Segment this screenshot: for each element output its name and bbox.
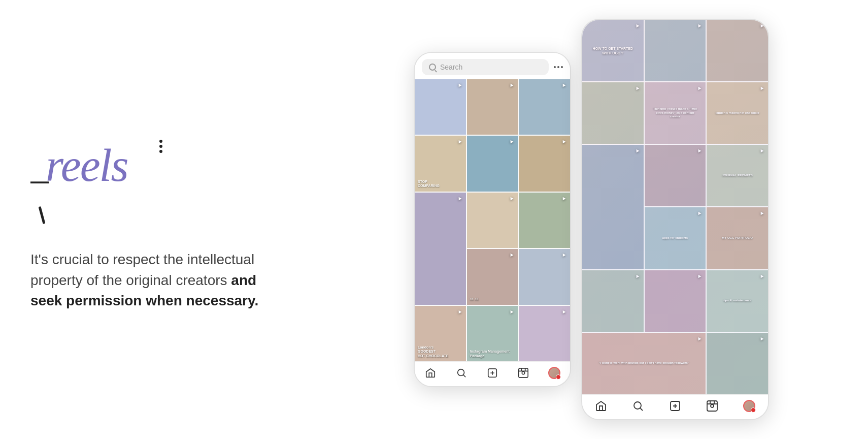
reel-play-icon (696, 273, 703, 280)
reel-play-icon (560, 308, 567, 316)
grid-item-label: "I want to work with brands but I don't … (594, 362, 693, 366)
grid-item[interactable] (519, 306, 570, 361)
profile-nav-button[interactable] (743, 400, 755, 412)
grid-item[interactable]: apps for students (645, 207, 706, 269)
search-icon (429, 64, 436, 71)
grid-item[interactable] (519, 79, 570, 135)
reel-play-icon (696, 210, 703, 217)
reels-nav-button[interactable] (706, 400, 718, 412)
svg-point-10 (634, 402, 641, 409)
reel-play-icon (758, 85, 765, 92)
svg-rect-15 (707, 401, 717, 411)
reel-play-icon (696, 85, 703, 92)
grid-item-label: tips & maintenance (713, 299, 762, 303)
svg-line-1 (463, 375, 465, 377)
grid-item[interactable]: London'sGOODESTHOT CHOCOLATE (415, 306, 466, 361)
grid-item[interactable] (415, 79, 466, 135)
grid-item[interactable]: JOURNAL PROMPTS (707, 145, 768, 206)
reel-play-icon (456, 308, 463, 316)
grid-item[interactable]: STOPCOMPARING (415, 136, 466, 191)
svg-line-11 (640, 409, 643, 411)
reel-play-icon (758, 147, 765, 154)
search-bar[interactable]: Search (422, 59, 549, 75)
grid-item[interactable] (645, 270, 706, 332)
grid-item-label: london's mochii hot chocolate (713, 111, 762, 115)
grid-item[interactable] (582, 145, 644, 269)
home-nav-button[interactable] (595, 400, 607, 412)
reel-play-icon (508, 138, 515, 145)
reel-play-icon (758, 335, 765, 342)
svg-point-16 (711, 404, 714, 407)
search-nav-button[interactable] (632, 400, 644, 412)
reels-grid-1: STOPCOMPARING (415, 79, 570, 361)
phone-1-inner: Search (415, 53, 570, 386)
grid-item[interactable]: tips & maintenance (707, 270, 768, 332)
grid-item[interactable]: london's mochii hot chocolate (707, 82, 768, 144)
grid-item[interactable] (519, 249, 570, 304)
phone-mockup-2: HOW TO GET STARTED WITH UGC ? (581, 19, 769, 420)
grid-item-label: Thinking I would make a "little extra mo… (651, 107, 700, 119)
grid-item[interactable] (467, 136, 518, 191)
svg-point-6 (522, 371, 525, 374)
grid-item[interactable] (467, 79, 518, 135)
search-input[interactable]: Search (440, 63, 462, 71)
grid-item-label: London'sGOODESTHOT CHOCOLATE (418, 346, 449, 358)
grid-item[interactable] (707, 333, 768, 394)
more-options-button[interactable] (554, 66, 563, 68)
reel-play-icon (758, 273, 765, 280)
reel-play-icon (456, 82, 463, 89)
home-nav-button[interactable] (424, 367, 437, 379)
phone-2-inner: HOW TO GET STARTED WITH UGC ? (582, 20, 768, 419)
search-nav-button[interactable] (455, 367, 468, 379)
reel-play-icon (560, 82, 567, 89)
reel-play-icon (456, 195, 463, 202)
grid-item[interactable] (645, 145, 706, 206)
reel-play-icon (560, 195, 567, 202)
add-nav-button[interactable] (486, 367, 498, 379)
search-bar-container: Search (415, 53, 570, 79)
grid-item[interactable] (582, 82, 644, 144)
grid-item[interactable] (645, 20, 706, 81)
reel-play-icon (696, 147, 703, 154)
grid-item[interactable]: HOW TO GET STARTED WITH UGC ? (582, 20, 644, 81)
reel-play-icon (508, 82, 515, 89)
grid-item[interactable] (415, 193, 466, 305)
slash-decoration (39, 206, 46, 224)
grid-item[interactable]: Thinking I would make a "little extra mo… (645, 82, 706, 144)
left-section: — reels It's crucial to respect the inte… (0, 107, 315, 332)
grid-item[interactable] (582, 270, 644, 332)
svg-rect-5 (519, 368, 528, 378)
reels-word: reels (46, 143, 128, 189)
phones-container: Search (315, 9, 868, 430)
reels-logo: — reels (30, 128, 183, 239)
reel-play-icon (634, 273, 641, 280)
grid-item-label: MY UGC PORTFOLIO (713, 236, 762, 240)
grid-item[interactable]: 11 11 (467, 249, 518, 304)
grid-item-label: HOW TO GET STARTED WITH UGC ? (588, 46, 638, 55)
grid-item-label: JOURNAL PROMPTS (713, 174, 762, 178)
reel-play-icon (634, 85, 641, 92)
grid-item[interactable]: "I want to work with brands but I don't … (582, 333, 706, 394)
phone-mockup-1: Search (414, 52, 571, 387)
reel-play-icon (696, 22, 703, 29)
grid-item[interactable] (519, 136, 570, 191)
grid-item-label: apps for students (651, 236, 700, 240)
grid-item-label: Instagram Management Package (470, 350, 514, 358)
grid-item[interactable]: Instagram Management Package (467, 306, 518, 361)
svg-point-0 (457, 369, 464, 376)
grid-item[interactable] (519, 193, 570, 248)
reel-play-icon (560, 252, 567, 259)
grid-item[interactable]: MY UGC PORTFOLIO (707, 207, 768, 269)
reel-play-icon (634, 147, 641, 154)
reel-play-icon (508, 308, 515, 316)
add-nav-button[interactable] (669, 400, 681, 412)
profile-nav-button[interactable] (548, 367, 560, 379)
grid-item[interactable] (707, 20, 768, 81)
reel-play-icon (508, 252, 515, 259)
reel-play-icon (634, 22, 641, 29)
reels-nav-button[interactable] (517, 367, 529, 379)
grid-item[interactable] (467, 193, 518, 248)
grid-item-label: STOPCOMPARING (418, 180, 440, 189)
reel-play-icon (758, 22, 765, 29)
reel-play-icon (456, 138, 463, 145)
